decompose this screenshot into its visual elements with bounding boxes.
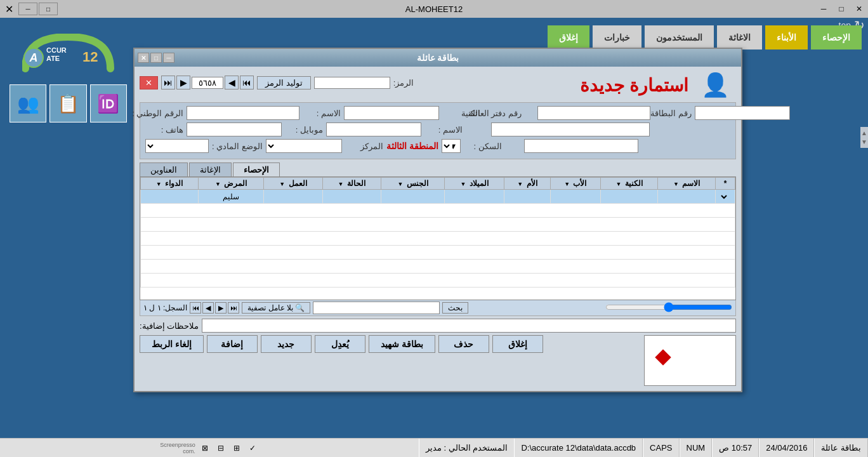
region-select[interactable]: ▼: [442, 139, 461, 153]
cell-status[interactable]: [322, 190, 381, 204]
name2-input[interactable]: [491, 123, 650, 136]
window-close-btn[interactable]: ✕: [5, 3, 13, 15]
add-btn[interactable]: إضافة: [207, 335, 258, 353]
last-record-btn[interactable]: ⏭: [161, 76, 175, 89]
tb-close[interactable]: ✕: [850, 0, 868, 18]
cell-medicine[interactable]: [141, 190, 199, 204]
grid-scrollbar[interactable]: [471, 302, 732, 314]
family-card-input[interactable]: [695, 106, 790, 120]
mobile-input[interactable]: [326, 123, 421, 136]
form-title: استمارة جديدة: [574, 75, 695, 96]
code-input[interactable]: [314, 77, 390, 89]
thumb-report[interactable]: 📋: [49, 84, 86, 123]
status-num: NUM: [680, 439, 713, 457]
dialog-minimize[interactable]: ─: [163, 53, 174, 63]
table-row[interactable]: [141, 260, 735, 274]
photo-box[interactable]: [644, 335, 736, 386]
edge-up-arrow[interactable]: ▲: [861, 129, 867, 136]
first-record-btn[interactable]: ⏮: [240, 76, 254, 89]
national-id-label: الرقم الوطني :: [145, 109, 183, 118]
table-row[interactable]: [141, 204, 735, 218]
cell-father[interactable]: [550, 190, 600, 204]
tb-maximize[interactable]: □: [832, 0, 850, 18]
form-title-area: 👤 استمارة جديدة: [567, 72, 736, 98]
nav-children-btn[interactable]: الأبناء: [765, 25, 808, 50]
col-mother[interactable]: الأم ▼: [504, 178, 551, 190]
table-row[interactable]: [141, 274, 735, 288]
delete-btn[interactable]: حذف: [438, 335, 489, 353]
col-nickname[interactable]: الكنية ▼: [600, 178, 658, 190]
notes-input[interactable]: [202, 319, 736, 333]
maximize-small-btn[interactable]: □: [39, 3, 58, 15]
grid-prev-btn[interactable]: ▶: [215, 302, 227, 314]
nav-users-btn[interactable]: المستخدمون: [645, 25, 714, 50]
tab-relief[interactable]: الإغاثة: [189, 162, 232, 176]
martyr-card-btn[interactable]: بطاقة شهيد: [369, 335, 435, 353]
tb-minimize[interactable]: ─: [815, 0, 832, 18]
next-record-btn[interactable]: ▶: [176, 76, 190, 89]
col-birthdate[interactable]: الميلاد ▼: [445, 178, 504, 190]
dialog-body: ✕ ⏮ ◀ ٥٦٥٨ ▶ ⏭ توليد الرمز الرمز: 👤 استم…: [135, 67, 741, 391]
nav-statistics-btn[interactable]: الإحصاء: [811, 25, 862, 50]
tab-statistics[interactable]: الإحصاء: [233, 162, 280, 176]
col-name[interactable]: الاسم ▼: [658, 178, 716, 190]
status-icon-1[interactable]: ✓: [246, 442, 259, 454]
name-input[interactable]: [344, 106, 439, 120]
col-father[interactable]: الأب ▼: [550, 178, 600, 190]
col-work[interactable]: العمل ▼: [264, 178, 322, 190]
col-gender[interactable]: الجنس ▼: [381, 178, 444, 190]
right-edge-arrows[interactable]: ▲ ▼: [860, 127, 868, 148]
dialog-close[interactable]: ✕: [138, 53, 149, 63]
residence-input[interactable]: [524, 139, 638, 153]
minimize-small-btn[interactable]: ─: [18, 3, 37, 15]
table-row[interactable]: [141, 218, 735, 232]
cell-birthdate[interactable]: [445, 190, 504, 204]
table-row[interactable]: ▼ سليم: [141, 190, 735, 204]
cancel-link-btn[interactable]: إلغاء الربط: [140, 335, 204, 353]
report-icon: 📋: [57, 93, 79, 114]
edit-btn[interactable]: يُعدِل: [315, 335, 365, 353]
family-book-input[interactable]: [537, 106, 650, 120]
thumb-card[interactable]: 🆔: [90, 84, 127, 123]
row-dropdown[interactable]: ▼: [720, 193, 731, 201]
cell-nickname[interactable]: [600, 190, 658, 204]
new-btn[interactable]: جديد: [261, 335, 312, 353]
tab-addresses[interactable]: العناوين: [140, 162, 188, 176]
search-input[interactable]: [313, 301, 440, 314]
table-row[interactable]: [141, 246, 735, 260]
financial-status-select[interactable]: [145, 139, 209, 153]
nav-relief-btn[interactable]: الاغاثة: [717, 25, 762, 50]
national-id-input[interactable]: [187, 106, 299, 120]
edge-down-arrow[interactable]: ▼: [861, 138, 867, 145]
no-filter-btn[interactable]: 🔍 بلا عامل تصفية: [242, 302, 310, 314]
search-btn[interactable]: بحث: [442, 302, 468, 314]
status-icon-2[interactable]: ⊞: [230, 442, 243, 454]
card-icon: 🆔: [97, 93, 119, 114]
field-row-3: الوضع المادي : المركز المنطقة الثالثة ▼ …: [145, 139, 730, 153]
grid-hscroll[interactable]: [605, 302, 732, 312]
cell-mother[interactable]: [504, 190, 551, 204]
cell-disease[interactable]: سليم: [198, 190, 264, 204]
cell-gender[interactable]: [381, 190, 444, 204]
toolbar-close-btn[interactable]: ✕: [140, 76, 158, 89]
dialog-maximize[interactable]: □: [150, 53, 162, 63]
col-medicine[interactable]: الدواء ▼: [141, 178, 199, 190]
grid-last-btn[interactable]: ⏮: [190, 302, 201, 314]
grid-first-btn[interactable]: ⏭: [228, 302, 239, 314]
thumb-users[interactable]: 👥: [10, 84, 46, 123]
close-btn[interactable]: إغلاق: [492, 335, 543, 353]
gen-code-btn[interactable]: توليد الرمز: [257, 76, 311, 89]
center-select[interactable]: [266, 139, 342, 153]
status-icon-3[interactable]: ⊟: [214, 442, 227, 454]
phone-input[interactable]: [187, 123, 282, 136]
nav-services-btn[interactable]: خبارات: [593, 25, 641, 50]
status-icon-4[interactable]: ⊠: [199, 442, 211, 454]
cell-name[interactable]: [658, 190, 716, 204]
grid-next-btn[interactable]: ◀: [202, 302, 214, 314]
table-row[interactable]: [141, 232, 735, 246]
cell-work[interactable]: [264, 190, 322, 204]
prev-record-btn[interactable]: ◀: [225, 76, 239, 89]
col-disease[interactable]: المرض ▼: [198, 178, 264, 190]
col-status[interactable]: الحالة ▼: [322, 178, 381, 190]
nav-close-btn[interactable]: إغلاق: [548, 25, 589, 50]
